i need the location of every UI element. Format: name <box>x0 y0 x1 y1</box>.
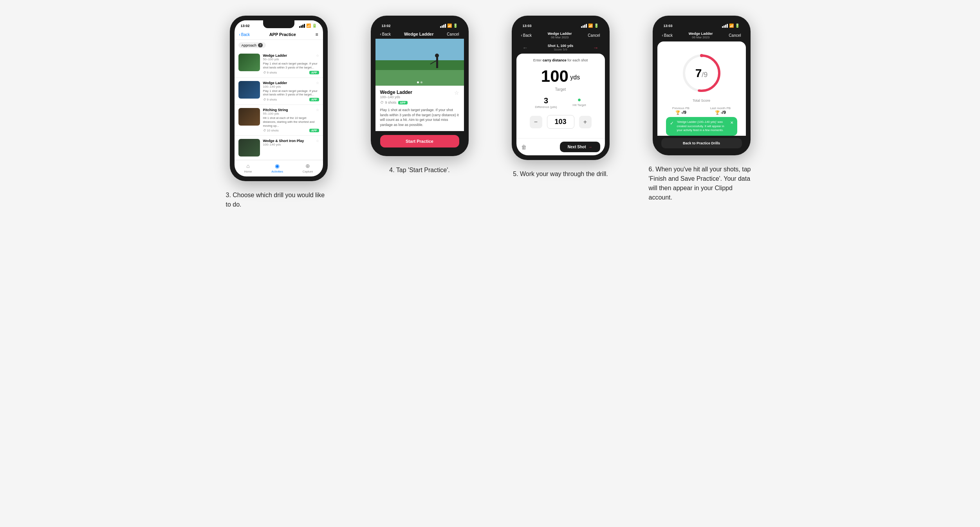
caption-1: 3. Choose which drill you would like to … <box>226 191 332 209</box>
signal-bars-4 <box>722 24 728 28</box>
decrement-button[interactable]: − <box>530 116 542 128</box>
drill-yds-3: 55–100 yds <box>263 112 319 115</box>
svg-rect-2 <box>375 60 464 70</box>
toast-close-button[interactable]: ✕ <box>730 120 733 126</box>
drill-info-3: Pitching String ☆ 55–100 yds Hit 1 shot … <box>263 108 319 132</box>
nav-title-1: APP Practice <box>269 32 296 37</box>
nav-capture[interactable]: ⊕ Capture <box>303 163 313 173</box>
star-icon-detail[interactable]: ☆ <box>454 90 459 96</box>
distance-input-row: − + <box>521 115 600 129</box>
nav-title-line2-3: 06 Mar 2023 <box>548 36 572 39</box>
detail-badge-2: APP <box>398 101 408 104</box>
phone-screen-3: 13:03 📶 🔋 ‹ Back <box>516 20 605 155</box>
back-button-4[interactable]: ‹ Back <box>662 33 673 38</box>
list-item[interactable]: Wedge Ladder ☆ 50–100 yds Play 1 shot at… <box>235 50 323 78</box>
nav-title-2: Wedge Ladder <box>404 32 434 36</box>
caption-4: 6. When you've hit all your shots, tap '… <box>649 165 754 202</box>
difference-value: 3 <box>535 96 557 105</box>
signal-bar-4 <box>304 24 305 28</box>
status-icons-3: 📶 🔋 <box>581 23 599 28</box>
back-button-3[interactable]: ‹ Back <box>521 33 532 38</box>
wifi-icon-4: 📶 <box>729 23 734 28</box>
back-to-drills-button[interactable]: Back to Practice Drills <box>661 138 742 148</box>
wifi-icon-3: 📶 <box>588 23 593 28</box>
cancel-button-4[interactable]: Cancel <box>729 33 741 38</box>
pb-row: Previous PB 🏆 -/9 Last month PB 🏆 -/9 <box>662 106 741 115</box>
score-center-text: 7/9 <box>695 67 708 80</box>
star-icon-1[interactable]: ☆ <box>316 54 319 58</box>
hit-target-icon: ● <box>573 96 586 103</box>
svg-point-8 <box>700 54 703 57</box>
last-month-pb-label: Last month PB <box>710 106 731 110</box>
drill-yds-1: 50–100 yds <box>263 58 319 61</box>
next-shot-button[interactable]: Next Shot → <box>560 142 600 152</box>
nav-bar-2: ‹ Back Wedge Ladder Cancel <box>375 29 464 39</box>
target-display: 100 yds <box>521 67 600 86</box>
score-value: 7 <box>695 67 702 79</box>
start-practice-button[interactable]: Start Practice <box>380 135 459 147</box>
signal-bars-2 <box>440 24 446 28</box>
list-item[interactable]: Wedge Ladder ☆ 100–140 yds Play 1 shot a… <box>235 78 323 105</box>
distance-input[interactable] <box>547 115 574 129</box>
status-icons-1: 📶 🔋 <box>299 23 317 28</box>
phone-notch-4 <box>686 20 717 28</box>
shot-nav-center: Wedge Ladder 06 Mar 2023 <box>548 32 572 39</box>
drill-thumbnail-2 <box>238 81 260 99</box>
star-icon-4[interactable]: ☆ <box>316 139 319 143</box>
increment-button[interactable]: + <box>579 116 592 128</box>
status-icons-4: 📶 🔋 <box>722 23 740 28</box>
previous-pb-label: Previous PB <box>672 106 689 110</box>
phone-section-4: 13:03 📶 🔋 ‹ Back <box>639 16 764 209</box>
phone-section-1: 13:02 📶 🔋 ‹ Back AP <box>216 16 341 209</box>
signal-bars-3 <box>581 24 587 28</box>
back-button-1[interactable]: ‹ Back <box>239 32 250 37</box>
nav-home[interactable]: ⌂ Home <box>244 163 252 173</box>
back-button-2[interactable]: ‹ Back <box>380 32 391 36</box>
list-item[interactable]: Pitching String ☆ 55–100 yds Hit 1 shot … <box>235 105 323 136</box>
wifi-icon-1: 📶 <box>306 23 311 28</box>
status-time-3: 13:03 <box>523 24 532 28</box>
hero-dots <box>417 81 422 83</box>
hero-image-2 <box>375 39 464 86</box>
phone-screen-1: 13:02 📶 🔋 ‹ Back AP <box>235 20 323 176</box>
difference-stat: 3 Difference (yds) <box>535 96 557 109</box>
category-count: 7 <box>258 43 263 47</box>
drill-shots-2: ⏱ 9 shots <box>263 98 277 101</box>
nav-bar-4: ‹ Back Wedge Ladder 06 Mar 2023 Cancel <box>657 29 746 41</box>
drill-yds-4: 100–140 yds <box>263 143 319 146</box>
dot-1 <box>417 81 419 83</box>
trophy-icon-1: 🏆 <box>675 110 680 115</box>
phone-screen-2: 13:02 📶 🔋 ‹ Back We <box>375 20 464 151</box>
drill-shots-3: ⏱ 10 shots <box>263 129 279 132</box>
menu-button-1[interactable]: ≡ <box>315 32 318 37</box>
drill-desc-3: Hit 1 shot at each of the 10 target dist… <box>263 116 319 128</box>
phone-screen-4: 13:03 📶 🔋 ‹ Back <box>657 20 746 151</box>
drill-list: Wedge Ladder ☆ 50–100 yds Play 1 shot at… <box>235 50 323 160</box>
phone-frame-2: 13:02 📶 🔋 ‹ Back We <box>371 16 469 156</box>
status-icons-2: 📶 🔋 <box>440 23 458 28</box>
delete-button[interactable]: 🗑 <box>521 144 527 150</box>
star-icon-2[interactable]: ☆ <box>316 81 319 85</box>
nav-title-line1-4: Wedge Ladder <box>689 32 713 36</box>
difference-label: Difference (yds) <box>535 105 557 109</box>
nav-activities[interactable]: ◉ Activities <box>271 163 283 173</box>
phone-frame-1: 13:02 📶 🔋 ‹ Back AP <box>230 16 328 181</box>
hero-svg <box>375 39 464 86</box>
phone-section-2: 13:02 📶 🔋 ‹ Back We <box>357 16 482 209</box>
next-shot-arrow-button[interactable]: → <box>593 45 599 51</box>
phone-frame-3: 13:03 📶 🔋 ‹ Back <box>512 16 610 160</box>
check-icon: ✓ <box>670 120 674 127</box>
drill-name-3: Pitching String <box>263 108 288 112</box>
prev-shot-button[interactable]: ← <box>523 45 528 51</box>
star-icon-3[interactable]: ☆ <box>316 108 319 112</box>
caption-2: 4. Tap 'Start Practice'. <box>389 165 449 175</box>
list-item[interactable]: Wedge & Short Iron Play ☆ 100–140 yds <box>235 136 323 160</box>
cancel-button-2[interactable]: Cancel <box>447 32 459 36</box>
cancel-button-3[interactable]: Cancel <box>588 33 600 38</box>
drill-desc-2: Play 1 shot at each target yardage. If y… <box>263 89 319 97</box>
app-badge-1: APP <box>309 71 319 74</box>
signal-bar-2 <box>301 25 302 28</box>
score-total-label: Total Score <box>662 99 741 103</box>
wifi-icon-2: 📶 <box>447 23 452 28</box>
signal-bar-1 <box>299 26 300 28</box>
